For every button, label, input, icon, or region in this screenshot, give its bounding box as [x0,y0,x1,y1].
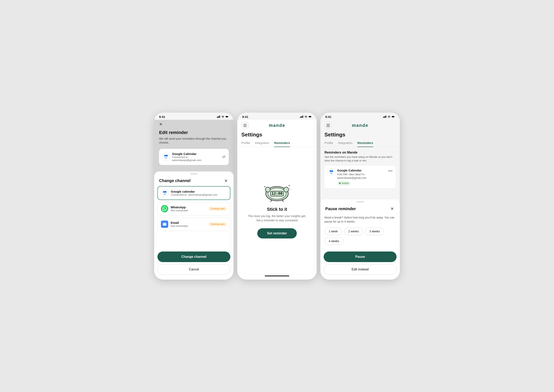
app-logo-3: mande [352,123,368,128]
phone-1: 9:41 ✕ Edit reminder We will send your r… [154,113,234,280]
active-label: Active [342,182,349,185]
svg-rect-16 [163,192,167,192]
page-title-3: Settings [320,131,400,140]
google-calendar-svg: 31 [163,154,169,160]
svg-rect-2 [218,116,219,118]
pause-button[interactable]: Pause [324,252,397,262]
reminder-name: Google Calendar [337,169,386,172]
tab-reminders-3[interactable]: Reminders [357,140,373,147]
week-3-button[interactable]: 3 weeks [365,227,384,235]
svg-rect-40 [386,115,386,118]
svg-rect-20 [300,117,301,118]
menu-line [327,125,330,126]
home-indicator-2 [265,275,289,276]
signal-icon-3 [383,115,386,118]
status-bar-1: 9:41 [154,113,234,120]
tab-reminders-2[interactable]: Reminders [274,140,290,147]
email-option-sub: Not connected [171,224,206,227]
whatsapp-option-name: WhatsApp [171,205,206,209]
channel-sub-top: Connected to: selormkwasi@gmail.com [172,156,220,162]
app-logo-2: mande [269,123,285,128]
sheet-close-1[interactable]: ✕ [223,178,229,184]
set-reminder-button[interactable]: Set reminder [257,228,297,238]
gcal-option[interactable]: 31 Google calendar Connected to: selormk… [157,186,230,200]
tab-integration-3[interactable]: Integration [338,140,353,147]
menu-button-3[interactable] [324,122,332,129]
menu-button-2[interactable] [241,122,249,129]
app-header-3: mande [320,120,400,131]
status-icons-2 [300,115,312,118]
tab-integration-2[interactable]: Integration [255,140,269,147]
svg-text:31: 31 [165,157,167,159]
close-button-1[interactable]: ✕ [159,122,162,127]
active-dot [339,182,341,184]
channel-info-top: Google Calendar Connected to: selormkwas… [172,152,220,162]
status-bar-2: 9:41 [237,113,317,120]
svg-point-32 [265,187,270,192]
whatsapp-svg [162,206,167,211]
svg-rect-38 [384,116,385,118]
sheet-title-1: Change channel [159,178,190,183]
weeks-grid: 1 week 2 weeks 3 weeks 4 weeks [324,227,396,245]
svg-text:12:00: 12:00 [272,191,282,196]
pause-reminder-sheet: Pause reminder ✕ Need a break? Select ho… [320,199,400,279]
swap-icon: ⇄ [222,154,225,159]
week-1-button[interactable]: 1 week [324,227,342,235]
svg-text:✦: ✦ [289,188,291,190]
status-time-2: 9:41 [242,115,248,119]
week-2-button[interactable]: 2 weeks [344,227,363,235]
cancel-button-1[interactable]: Cancel [157,264,230,275]
svg-rect-9 [164,156,168,156]
svg-text:31: 31 [164,193,166,195]
status-bar-3: 9:41 [320,113,400,120]
reminder-email: selormkwasi@gmail.com [337,176,386,179]
menu-line [243,125,247,126]
edit-reminder-subtitle: We will send your reminders through the … [159,137,229,145]
svg-text:31: 31 [330,172,332,174]
reminder-card: 31 Google Calendar 4:00 PM • Mon Wed Fri… [324,166,396,188]
reminders-content-2: 12:00 ✦ ✦ ✦ Stick to it The more you log… [237,147,317,273]
edit-reminder-title: Edit reminder [159,130,229,135]
top-section: ✕ Edit reminder We will send your remind… [154,120,234,169]
whatsapp-coming-soon: Coming soon [208,207,227,211]
tab-profile-3[interactable]: Profile [324,140,333,147]
edit-instead-button[interactable]: Edit instead [324,264,397,275]
battery-icon-2 [309,115,312,118]
phone-3: 9:41 mande Settings Profile Integration … [320,113,400,280]
pause-close-button[interactable]: ✕ [389,206,395,212]
tab-profile-2[interactable]: Profile [241,140,250,147]
svg-rect-1 [218,116,218,118]
status-icons-3 [383,115,395,118]
change-channel-button[interactable]: Change channel [157,252,230,262]
svg-rect-19 [165,191,166,192]
phones-container: 9:41 ✕ Edit reminder We will send your r… [154,113,400,280]
whatsapp-option[interactable]: WhatsApp Not connected Coming soon [157,202,230,216]
email-option-info: Email Not connected [171,221,206,227]
svg-point-33 [284,187,289,192]
svg-rect-42 [392,116,394,117]
whatsapp-option-sub: Not connected [171,209,206,212]
gcal-icon-reminder: 31 [328,169,335,176]
svg-rect-37 [383,117,384,118]
reminder-info: Google Calendar 4:00 PM • Mon Wed Fri se… [337,169,386,185]
gcal-svg-reminder: 31 [329,169,334,175]
email-option[interactable]: Email Not connected Coming soon [157,217,230,231]
change-channel-sheet: Change channel ✕ 31 G [154,171,234,280]
signal-icon-2 [300,115,303,118]
reminders-on-title: Reminders on Mande [324,151,396,154]
svg-rect-5 [226,116,228,117]
gcal-option-info: Google calendar Connected to: selormkwas… [171,190,227,196]
reminders-section: Reminders on Mande See the reminders you… [320,147,400,191]
more-options-button[interactable]: ••• [388,169,393,173]
svg-text:✦: ✦ [264,185,266,188]
svg-rect-21 [301,116,302,118]
week-4-button[interactable]: 4 weeks [324,237,344,245]
svg-rect-39 [385,116,385,118]
wifi-icon-3 [387,115,391,118]
status-time-3: 9:41 [325,115,331,119]
page-title-2: Settings [237,131,317,140]
pause-subtitle: Need a break? Select how long you'd be a… [324,216,396,224]
clock-illustration: 12:00 ✦ ✦ ✦ [261,182,293,202]
gcal-option-sub: Connected to: selormkwasi@gmail.com [171,193,227,196]
battery-icon-3 [392,115,395,118]
